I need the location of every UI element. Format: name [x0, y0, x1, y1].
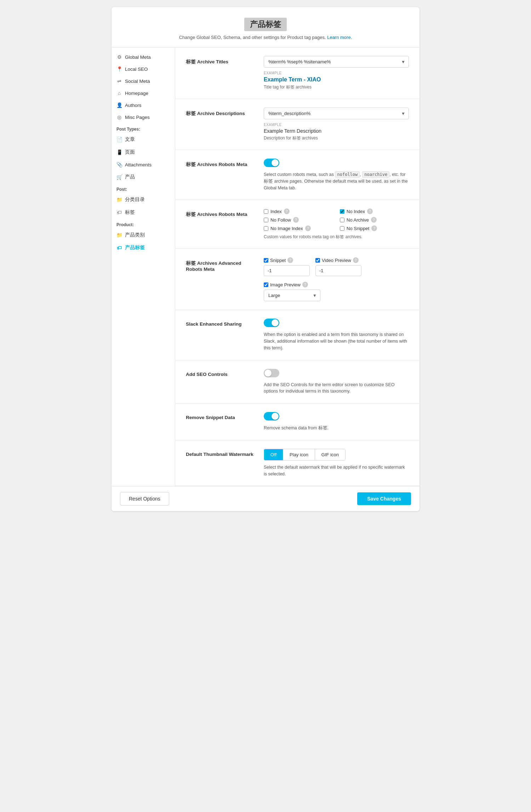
- noindex-label: No Index: [347, 209, 365, 214]
- sidebar-item-article[interactable]: 📄 文章: [112, 133, 175, 146]
- sidebar-item-label: Global Meta: [125, 55, 151, 60]
- add-seo-controls-label: Add SEO Controls: [186, 369, 257, 377]
- archive-titles-control: ▼ EXAMPLE Example Term - XIAO Title tag …: [264, 56, 409, 90]
- watermark-gif-icon-button[interactable]: GIF icon: [315, 449, 345, 460]
- sidebar-item-product[interactable]: 🛒 产品: [112, 171, 175, 183]
- sidebar-item-product-tag[interactable]: 🏷 产品标签: [112, 241, 175, 254]
- image-preview-label: Image Preview: [270, 282, 301, 287]
- reset-options-button[interactable]: Reset Options: [120, 492, 169, 505]
- noindex-checkbox[interactable]: [340, 209, 344, 214]
- toggle-knob: [272, 159, 279, 166]
- image-preview-help-icon[interactable]: ?: [302, 282, 308, 287]
- sidebar-item-attachments[interactable]: 📎 Attachments: [112, 159, 175, 171]
- sidebar-item-local-seo[interactable]: 📍 Local SEO: [112, 63, 175, 75]
- robots-meta-toggle[interactable]: [264, 159, 279, 167]
- video-preview-checkbox[interactable]: [315, 258, 320, 263]
- noindex-help-icon[interactable]: ?: [367, 208, 373, 214]
- archive-descriptions-example-desc: Description for 标签 archives: [264, 135, 409, 141]
- sidebar-item-tag[interactable]: 🏷 标签: [112, 206, 175, 219]
- advanced-robots-label: 标签 Archives Advanced Robots Meta: [186, 257, 257, 272]
- snippet-checkbox-label: Snippet ?: [264, 257, 310, 263]
- noarchive-help-icon[interactable]: ?: [371, 217, 377, 223]
- sidebar-item-label: Local SEO: [125, 67, 148, 72]
- index-label: Index: [270, 209, 282, 214]
- page-icon: 📱: [116, 149, 122, 155]
- add-seo-controls-desc: Add the SEO Controls for the term editor…: [264, 382, 409, 395]
- authors-icon: 👤: [116, 102, 122, 108]
- image-preview-select[interactable]: Large None Standard: [264, 290, 320, 301]
- remove-snippet-label: Remove Snippet Data: [186, 412, 257, 420]
- archive-titles-section: 标签 Archive Titles ▼ EXAMPLE Example Term…: [175, 47, 419, 99]
- no-image-index-checkbox[interactable]: [264, 226, 268, 231]
- sidebar-item-page[interactable]: 📱 页面: [112, 146, 175, 159]
- archive-descriptions-label: 标签 Archive Descriptions: [186, 108, 257, 117]
- nofollow-help-icon[interactable]: ?: [293, 217, 299, 223]
- page-title: 产品标签: [244, 18, 287, 31]
- image-preview-checkbox[interactable]: [264, 282, 268, 287]
- noarchive-label: No Archive: [347, 217, 369, 223]
- sidebar: ⚙ Global Meta 📍 Local SEO ⇌ Social Meta …: [112, 47, 175, 486]
- sidebar-item-misc-pages[interactable]: ◎ Misc Pages: [112, 111, 175, 123]
- archive-descriptions-example-label: EXAMPLE: [264, 123, 409, 127]
- sidebar-item-label: Attachments: [125, 162, 152, 167]
- checkbox-nofollow: No Follow ?: [264, 217, 333, 223]
- archive-titles-input[interactable]: [264, 56, 409, 68]
- page-header: 产品标签 Change Global SEO, Schema, and othe…: [112, 7, 419, 47]
- watermark-play-icon-button[interactable]: Play icon: [283, 449, 315, 460]
- robots-grid: Index ? No Follow ? No: [264, 208, 409, 231]
- snippet-label: Snippet: [270, 258, 286, 263]
- nosnippet-help-icon[interactable]: ?: [371, 225, 377, 231]
- home-icon: ⌂: [116, 90, 122, 96]
- nosnippet-checkbox[interactable]: [340, 226, 344, 231]
- sidebar-item-category[interactable]: 📁 分类目录: [112, 193, 175, 206]
- snippet-help-icon[interactable]: ?: [287, 257, 293, 263]
- slack-toggle[interactable]: [264, 319, 279, 327]
- sidebar-item-product-category[interactable]: 📁 产品类别: [112, 229, 175, 241]
- nofollow-checkbox[interactable]: [264, 218, 268, 222]
- snippet-toggle[interactable]: [264, 412, 279, 421]
- remove-snippet-control: Remove schema data from 标签.: [264, 412, 409, 431]
- archive-descriptions-input[interactable]: [264, 108, 409, 119]
- robots-meta-toggle-desc: Select custom robots meta, such as nofol…: [264, 171, 409, 191]
- slack-sharing-desc: When the option is enabled and a term fr…: [264, 331, 409, 351]
- noarchive-code: noarchive: [362, 171, 389, 178]
- seo-controls-toggle[interactable]: [264, 369, 279, 377]
- sidebar-item-global-meta[interactable]: ⚙ Global Meta: [112, 51, 175, 63]
- robots-meta-checkboxes-control: Index ? No Follow ? No: [264, 208, 409, 240]
- sidebar-item-label: 产品类别: [125, 232, 145, 238]
- video-preview-label: Video Preview: [322, 258, 351, 263]
- index-checkbox[interactable]: [264, 209, 268, 214]
- video-preview-help-icon[interactable]: ?: [353, 257, 359, 263]
- slack-sharing-section: Slack Enhanced Sharing When the option i…: [175, 310, 419, 360]
- video-preview-input[interactable]: [315, 265, 361, 276]
- archive-descriptions-control: ▼ EXAMPLE Example Term Description Descr…: [264, 108, 409, 141]
- image-preview-select-wrapper: Large None Standard ▼: [264, 290, 320, 301]
- snippet-input[interactable]: [264, 265, 310, 276]
- sidebar-item-social-meta[interactable]: ⇌ Social Meta: [112, 75, 175, 87]
- seo-controls-toggle-wrapper[interactable]: [264, 369, 279, 377]
- index-help-icon[interactable]: ?: [284, 208, 290, 214]
- robots-meta-toggle-section: 标签 Archives Robots Meta Select custom ro…: [175, 150, 419, 200]
- slack-sharing-control: When the option is enabled and a term fr…: [264, 319, 409, 351]
- watermark-label: Default Thumbnail Watermark: [186, 449, 257, 457]
- snippet-toggle-wrapper[interactable]: [264, 412, 279, 421]
- snippet-checkbox[interactable]: [264, 258, 268, 263]
- sidebar-item-homepage[interactable]: ⌂ Homepage: [112, 87, 175, 99]
- sidebar-item-authors[interactable]: 👤 Authors: [112, 99, 175, 111]
- robots-meta-toggle-label: 标签 Archives Robots Meta: [186, 159, 257, 168]
- watermark-off-button[interactable]: Off: [264, 449, 283, 460]
- product-icon: 🛒: [116, 174, 122, 180]
- slack-toggle-wrapper[interactable]: [264, 319, 279, 327]
- save-changes-button[interactable]: Save Changes: [357, 492, 411, 505]
- advanced-robots-row: Snippet ? Video Preview ?: [264, 257, 409, 301]
- tag-icon: 🏷: [116, 210, 122, 215]
- slack-sharing-label: Slack Enhanced Sharing: [186, 319, 257, 327]
- noarchive-checkbox[interactable]: [340, 218, 344, 222]
- robots-meta-toggle-wrapper[interactable]: [264, 159, 279, 167]
- category-icon: 📁: [116, 197, 122, 202]
- learn-more-link[interactable]: Learn more.: [327, 35, 352, 40]
- toggle-knob: [264, 370, 272, 377]
- toggle-knob: [272, 413, 279, 420]
- no-image-index-help-icon[interactable]: ?: [305, 225, 311, 231]
- nosnippet-label: No Snippet: [347, 226, 369, 231]
